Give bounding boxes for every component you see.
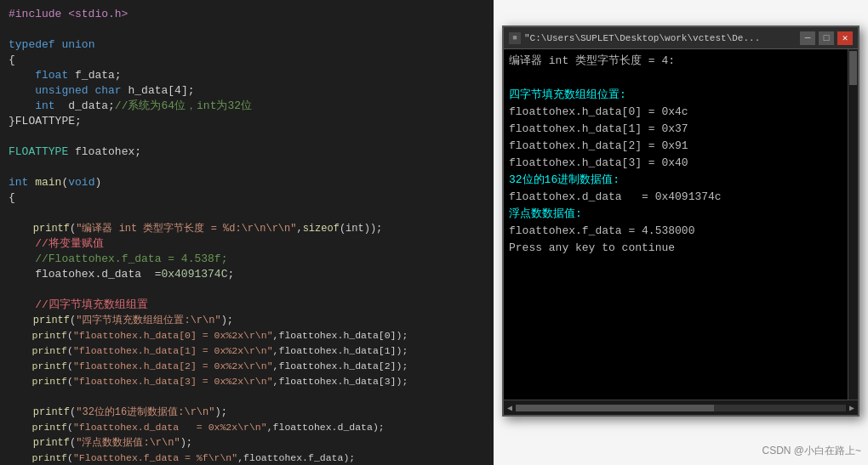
code-line: //将变量赋值: [9, 236, 490, 252]
output-line: floattohex.h_data[3] = 0x40: [509, 155, 842, 172]
code-line: typedef union: [9, 37, 490, 53]
output-line: 四字节填充数组组位置:: [509, 87, 842, 104]
code-line: //Floattohex.f_data = 4.538f;: [9, 252, 490, 267]
output-line: floattohex.f_data = 4.538000: [509, 223, 842, 240]
output-line: floattohex.h_data[0] = 0x4c: [509, 104, 842, 121]
code-line: #include <stdio.h>: [9, 7, 490, 22]
output-line: floattohex.d_data = 0x4091374c: [509, 189, 842, 206]
code-line: {: [9, 190, 490, 206]
scrollbar-thumb[interactable]: [849, 51, 857, 85]
code-editor: #include <stdio.h> typedef union { float…: [0, 0, 494, 465]
code-line: unsigned char h_data[4];: [9, 83, 490, 99]
code-line: printf("floattohex.d_data = 0x%2x\r\n",f…: [9, 420, 490, 435]
console-body: 编译器 int 类型字节长度 = 4: 四字节填充数组组位置: floattoh…: [504, 49, 858, 400]
code-line: int main(void): [9, 175, 490, 190]
console-window: ■ "C:\Users\SUPLET\Desktop\work\vctest\D…: [502, 26, 859, 417]
code-line: printf("浮点数数据值:\r\n");: [9, 435, 490, 451]
console-statusbar: ◀ ▶: [504, 400, 858, 415]
code-line: floatohex.d_data =0x4091374C;: [9, 267, 490, 282]
code-line: printf("floattohex.h_data[0] = 0x%2x\r\n…: [9, 328, 490, 343]
output-line: 32位的16进制数据值:: [509, 172, 842, 189]
scroll-left-button[interactable]: ◀: [507, 403, 512, 413]
code-line: printf("Floattohex.f_data = %f\r\n",floa…: [9, 451, 490, 465]
code-line: float f_data;: [9, 68, 490, 83]
output-line: 编译器 int 类型字节长度 = 4:: [509, 53, 842, 70]
code-line: {: [9, 53, 490, 68]
code-line: printf("floattohex.h_data[1] = 0x%2x\r\n…: [9, 343, 490, 359]
output-line: [509, 70, 842, 87]
minimize-button[interactable]: ─: [800, 31, 815, 45]
output-line: Press any key to continue: [509, 240, 842, 257]
code-content: #include <stdio.h> typedef union { float…: [3, 7, 490, 465]
output-line: floattohex.h_data[2] = 0x91: [509, 138, 842, 155]
console-titlebar: ■ "C:\Users\SUPLET\Desktop\work\vctest\D…: [504, 27, 858, 49]
console-scrollbar[interactable]: [848, 49, 858, 400]
console-title: "C:\Users\SUPLET\Desktop\work\vctest\De.…: [524, 33, 797, 43]
console-app-icon: ■: [509, 32, 521, 44]
code-line: }FLOATTYPE;: [9, 114, 490, 129]
code-line: int d_data;//系统为64位，int为32位: [9, 99, 490, 114]
output-line: 浮点数数据值:: [509, 206, 842, 223]
maximize-button[interactable]: □: [819, 31, 834, 45]
console-output: 编译器 int 类型字节长度 = 4: 四字节填充数组组位置: floattoh…: [504, 49, 848, 400]
output-line: floattohex.h_data[1] = 0x37: [509, 121, 842, 138]
code-line: printf("32位的16进制数据值:\r\n");: [9, 405, 490, 420]
scroll-right-button[interactable]: ▶: [849, 403, 854, 413]
code-line: printf("floattohex.h_data[3] = 0x%2x\r\n…: [9, 374, 490, 389]
code-line: printf("floattohex.h_data[2] = 0x%2x\r\n…: [9, 359, 490, 374]
watermark: CSDN @小白在路上~: [762, 444, 861, 458]
code-line: printf("四字节填充数组组位置:\r\n");: [9, 313, 490, 328]
code-line: printf("编译器 int 类型字节长度 = %d:\r\n\r\n",si…: [9, 221, 490, 236]
horizontal-scrollbar-thumb[interactable]: [516, 405, 714, 411]
horizontal-scrollbar[interactable]: [516, 405, 846, 411]
close-button[interactable]: ✕: [837, 31, 853, 45]
code-line: FLOATTYPE floatohex;: [9, 145, 490, 160]
code-line: //四字节填充数组组置: [9, 298, 490, 313]
